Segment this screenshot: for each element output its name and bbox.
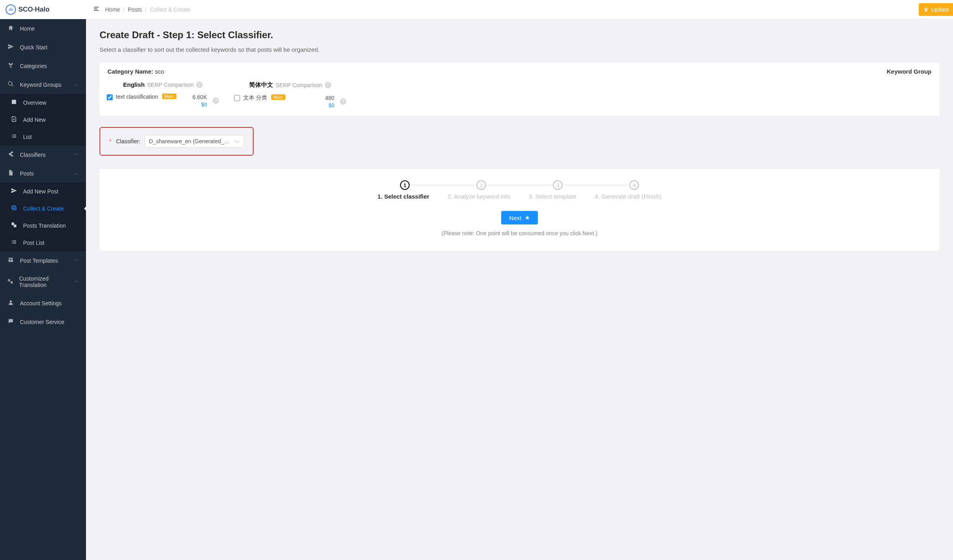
serp-comparison-label[interactable]: SERP Comparison (147, 82, 193, 88)
sidebar-item-keyword-groups[interactable]: Keyword Groups︿ (0, 75, 86, 94)
sidebar-subitem-overview[interactable]: Overview (0, 94, 86, 111)
sidebar-subitem-list[interactable]: List (0, 128, 86, 145)
sidebar-subitem-label: Add New (23, 117, 46, 123)
sidebar-item-label: Posts (20, 170, 34, 177)
sidebar-item-categories[interactable]: Categories (0, 57, 86, 75)
sidebar-item-home[interactable]: Home (0, 19, 86, 38)
chat-icon (7, 318, 14, 326)
step-label: 2. Analyze keyword info (447, 193, 510, 200)
sidebar-item-customer-service[interactable]: Customer Service (0, 312, 86, 331)
brand-logo: AI SCO·Halo (6, 4, 49, 15)
chevron-down-icon: ﹀ (74, 258, 79, 263)
logo-mark-icon: AI (6, 4, 16, 15)
crown-icon: ♛ (924, 6, 929, 13)
user-icon (7, 299, 14, 307)
step-circle-icon: 3 (553, 180, 562, 190)
sidebar-item-classifiers[interactable]: Classifiers﹀ (0, 145, 86, 164)
breadcrumb-current: Collect & Create (150, 6, 190, 13)
star-icon: ★ (525, 214, 530, 221)
classifier-label: Classifier: (116, 138, 140, 144)
step-line (564, 185, 628, 185)
help-icon[interactable]: ? (196, 82, 203, 88)
list-icon (10, 239, 18, 246)
step-label: 3. Select template (529, 193, 576, 200)
chevron-down-icon: ﹀ (74, 152, 79, 158)
help-icon[interactable]: ? (213, 98, 219, 104)
keyword-card: Category Name: sco Keyword Group English… (100, 62, 939, 116)
next-label: Next (509, 215, 521, 221)
next-button[interactable]: Next ★ (501, 211, 538, 224)
sidebar-item-customized-translation[interactable]: Customized Translation﹀ (0, 270, 86, 294)
breadcrumb-sep-icon: / (145, 6, 146, 13)
page-subtitle: Select a classifier to sort out the coll… (100, 46, 939, 53)
sidebar-item-label: Post Templates (20, 258, 58, 264)
sidebar-subitem-label: Collect & Create (23, 205, 64, 212)
search-icon (7, 81, 14, 88)
keyword-volume: 6.60K (192, 94, 207, 101)
main-badge: Main (271, 94, 285, 100)
category-value: sco (155, 68, 164, 75)
sidebar-item-quick-start[interactable]: Quick Start (0, 38, 86, 57)
list-icon (10, 133, 18, 140)
sidebar-subitem-label: List (23, 134, 32, 140)
keyword-checkbox[interactable] (107, 94, 113, 100)
sidebar-subitem-collect-&-create[interactable]: Collect & Create (0, 200, 86, 217)
classifier-select[interactable]: D_shareware_en (Generated_Mix4 (145, 135, 244, 148)
keyword-volume: 480 (325, 94, 334, 102)
step-label: 4. Generate draft (Finish) (595, 193, 662, 200)
sidebar-item-label: Account Settings (20, 300, 62, 306)
collect-icon (10, 205, 18, 212)
step-line (411, 185, 475, 185)
share-icon (7, 151, 14, 158)
breadcrumb-home[interactable]: Home (105, 6, 120, 13)
step-line (488, 185, 551, 185)
keyword-column-English: English SERP Comparison ? text classific… (105, 79, 221, 109)
keyword-name: text classification (116, 94, 158, 100)
steps-card: 1234 1. Select classifier2. Analyze keyw… (100, 169, 939, 251)
template-icon (7, 257, 14, 264)
breadcrumb: Home / Posts / Collect & Create (105, 6, 190, 13)
sidebar-subitem-post-list[interactable]: Post List (0, 234, 86, 251)
send-icon (7, 43, 14, 51)
logo-wrap[interactable]: AI SCO·Halo (0, 0, 86, 19)
add-icon (10, 116, 18, 123)
help-icon[interactable]: ? (325, 82, 331, 88)
sidebar-subitem-label: Add New Post (23, 188, 59, 195)
category-label: Category Name: (107, 68, 153, 75)
help-icon[interactable]: ? (340, 98, 346, 105)
update-button[interactable]: ♛ Update (919, 3, 953, 16)
menu-toggle-icon[interactable] (93, 6, 100, 14)
keyword-cpc: $0 (325, 102, 334, 109)
sidebar-item-posts[interactable]: Posts︿ (0, 164, 86, 183)
sidebar-subitem-add-new-post[interactable]: Add New Post (0, 183, 86, 200)
sidebar-subitem-add-new[interactable]: Add New (0, 111, 86, 128)
sitemap-icon (7, 62, 14, 70)
home-icon (7, 25, 14, 32)
sidebar-item-label: Home (20, 25, 35, 32)
step-circle-icon: 2 (476, 180, 486, 190)
language-label: 简体中文 (249, 81, 273, 89)
main-badge: Main (162, 94, 176, 99)
keyword-name: 文本 分类 (243, 94, 267, 101)
sidebar-item-post-templates[interactable]: Post Templates﹀ (0, 251, 86, 270)
sidebar-item-label: Keyword Groups (20, 82, 61, 88)
sidebar-item-label: Categories (20, 63, 47, 69)
breadcrumb-posts[interactable]: Posts (128, 6, 142, 13)
az-icon (7, 278, 14, 286)
sidebar-item-account-settings[interactable]: Account Settings (0, 294, 86, 312)
step-3: 3 (553, 180, 562, 190)
sidebar-item-label: Customer Service (20, 319, 64, 325)
chevron-up-icon: ︿ (74, 170, 79, 176)
classifier-field-highlight: * Classifier: D_shareware_en (Generated_… (100, 127, 254, 156)
keyword-column-简体中文: 简体中文 SERP Comparison ? 文本 分类 Main 480 $0… (232, 79, 348, 109)
language-label: English (123, 81, 145, 88)
consume-note: (Please note: One point will be consumed… (441, 230, 597, 236)
serp-comparison-label[interactable]: SERP Comparison (275, 82, 322, 88)
step-circle-icon: 1 (400, 180, 410, 190)
keyword-checkbox[interactable] (234, 95, 240, 101)
step-4: 4 (629, 180, 639, 190)
sidebar-item-label: Quick Start (20, 44, 47, 51)
sidebar-subitem-posts-translation[interactable]: Posts Translation (0, 217, 86, 234)
send-icon (10, 187, 18, 195)
sidebar-subitem-label: Post List (23, 240, 45, 246)
